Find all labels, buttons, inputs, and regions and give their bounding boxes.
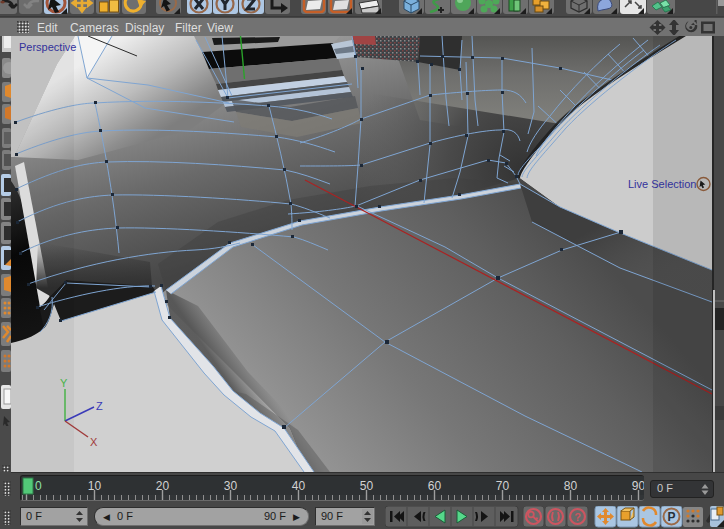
svg-text:50: 50 [360, 479, 374, 493]
svg-text:X: X [90, 436, 98, 448]
svg-text:70: 70 [496, 479, 510, 493]
svg-text:?: ? [574, 511, 581, 523]
svg-text:0: 0 [35, 479, 42, 493]
svg-text:80: 80 [564, 479, 578, 493]
svg-text:P: P [667, 510, 675, 524]
svg-text:Y: Y [60, 377, 68, 389]
svg-text:20: 20 [156, 479, 170, 493]
svg-text:Live Selection: Live Selection [628, 178, 697, 190]
svg-text:30: 30 [224, 479, 238, 493]
svg-text:Perspective: Perspective [19, 41, 76, 53]
svg-text:10: 10 [88, 479, 102, 493]
svg-text:60: 60 [428, 479, 442, 493]
svg-text:90: 90 [632, 479, 644, 493]
svg-text:Z: Z [96, 400, 103, 412]
svg-text:40: 40 [292, 479, 306, 493]
